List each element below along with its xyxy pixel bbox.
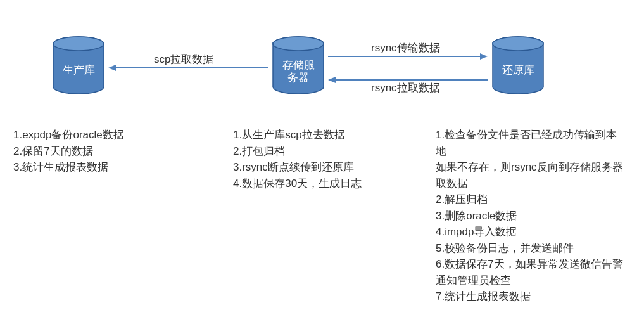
- list-item: 6.数据保存7天，如果异常发送微信告警通知管理员检查: [436, 256, 627, 288]
- list-item: 2.保留7天的数据: [13, 143, 203, 160]
- diagram-canvas: 生产库 存储服 务器 还原库 scp拉取数据 rsync传输数据: [0, 0, 644, 317]
- svg-point-3: [273, 37, 324, 51]
- steps-production: 1.expdp备份oracle数据 2.保留7天的数据 3.统计生成报表数据: [13, 127, 203, 176]
- list-item: 1.expdp备份oracle数据: [13, 127, 203, 143]
- svg-point-5: [493, 37, 543, 51]
- arrow-rsync-push-label: rsync传输数据: [371, 41, 440, 55]
- list-item: 4.impdp导入数据: [436, 224, 627, 240]
- arrow-rsync-pull-label: rsync拉取数据: [371, 81, 440, 95]
- list-item: 3.rsync断点续传到还原库: [233, 159, 423, 176]
- arrow-scp-pull-label: scp拉取数据: [154, 52, 213, 67]
- steps-restore: 1.检查备份文件是否已经成功传输到本地 如果不存在，则rsync反向到存储服务器…: [436, 127, 627, 305]
- steps-storage: 1.从生产库scp拉去数据 2.打包归档 3.rsync断点续传到还原库 4.数…: [233, 127, 423, 191]
- node-storage-server: 存储服 务器: [272, 36, 325, 94]
- node-storage-server-label: 存储服 务器: [272, 59, 325, 85]
- list-item: 7.统计生成报表数据: [436, 288, 627, 305]
- list-item: 2.打包归档: [233, 143, 423, 160]
- list-item: 3.统计生成报表数据: [13, 159, 203, 176]
- node-restore-db-label: 还原库: [491, 64, 545, 77]
- list-item: 1.检查备份文件是否已经成功传输到本地: [436, 127, 627, 159]
- node-production-db-label: 生产库: [52, 64, 105, 77]
- list-item: 3.删除oracle数据: [436, 208, 627, 224]
- list-item: 如果不存在，则rsync反向到存储服务器取数据: [436, 159, 627, 191]
- list-item: 4.数据保存30天，生成日志: [233, 176, 423, 192]
- node-production-db: 生产库: [52, 36, 105, 94]
- list-item: 2.解压归档: [436, 191, 627, 208]
- list-item: 1.从生产库scp拉去数据: [233, 127, 423, 143]
- node-restore-db: 还原库: [491, 36, 545, 94]
- svg-point-1: [53, 37, 104, 51]
- list-item: 5.校验备份日志，并发送邮件: [436, 240, 627, 257]
